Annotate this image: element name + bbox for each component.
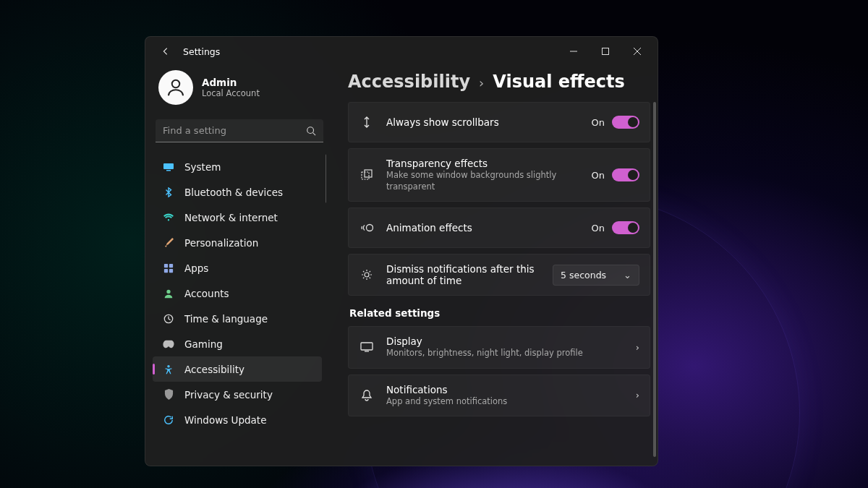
- breadcrumb-parent[interactable]: Accessibility: [348, 72, 470, 92]
- animation-icon: [359, 223, 375, 233]
- avatar: [158, 70, 193, 105]
- profile-block[interactable]: Admin Local Account: [153, 67, 326, 115]
- sidebar-item-gaming[interactable]: Gaming: [153, 331, 322, 356]
- minimize-button[interactable]: [558, 40, 590, 63]
- setting-subtitle: Make some window backgrounds slightly tr…: [386, 170, 580, 192]
- setting-animation: Animation effects On: [348, 207, 650, 248]
- minimize-icon: [570, 48, 577, 55]
- breadcrumb: Accessibility › Visual effects: [348, 72, 650, 92]
- setting-transparency: Transparency effects Make some window ba…: [348, 148, 650, 202]
- related-header: Related settings: [349, 307, 650, 319]
- bluetooth-icon: [163, 187, 174, 198]
- accessibility-icon: [163, 364, 174, 375]
- select-value: 5 seconds: [561, 270, 606, 281]
- dismiss-time-select[interactable]: 5 seconds ⌄: [553, 265, 639, 286]
- clock-icon: [163, 313, 174, 325]
- setting-scrollbars: Always show scrollbars On: [348, 102, 650, 142]
- close-icon: [634, 48, 641, 55]
- scrollbar-icon: [359, 116, 375, 129]
- chevron-right-icon: ›: [636, 390, 639, 401]
- related-title: Notifications: [386, 384, 624, 395]
- sidebar-item-label: Time & language: [184, 313, 268, 325]
- close-button[interactable]: [621, 40, 653, 63]
- svg-rect-9: [164, 263, 168, 267]
- titlebar: Settings: [145, 37, 658, 66]
- main-scrollbar-track[interactable]: [653, 102, 656, 457]
- back-button[interactable]: [156, 41, 176, 61]
- sidebar-item-accessibility[interactable]: Accessibility: [153, 356, 322, 382]
- svg-point-18: [367, 225, 373, 231]
- related-notifications[interactable]: Notifications App and system notificatio…: [348, 374, 650, 417]
- svg-point-19: [365, 273, 369, 277]
- maximize-button[interactable]: [590, 40, 621, 63]
- svg-point-4: [172, 80, 180, 88]
- setting-title: Dismiss notifications after this amount …: [386, 263, 541, 286]
- sidebar-item-label: Network & internet: [184, 212, 278, 223]
- toggle-state: On: [592, 117, 605, 128]
- setting-dismiss-notifications: Dismiss notifications after this amount …: [348, 254, 650, 296]
- sidebar-item-label: Accessibility: [184, 364, 244, 375]
- sidebar-item-label: Apps: [184, 262, 208, 274]
- sidebar-item-label: Bluetooth & devices: [184, 187, 283, 198]
- search-wrapper: [156, 119, 323, 142]
- display-icon: [359, 342, 375, 352]
- related-subtitle: App and system notifications: [386, 396, 624, 408]
- profile-subtitle: Local Account: [202, 88, 260, 98]
- svg-rect-8: [166, 170, 171, 171]
- setting-title: Animation effects: [386, 222, 580, 234]
- monitor-icon: [163, 161, 174, 173]
- chevron-right-icon: ›: [636, 342, 639, 353]
- sidebar-item-label: Windows Update: [184, 414, 266, 426]
- related-display[interactable]: Display Monitors, brightness, night ligh…: [348, 326, 650, 369]
- sidebar-item-network[interactable]: Network & internet: [153, 205, 322, 230]
- search-icon: [306, 126, 316, 136]
- sidebar-item-apps[interactable]: Apps: [153, 255, 322, 281]
- svg-rect-20: [361, 343, 373, 350]
- toggle-animation[interactable]: [612, 221, 639, 234]
- nav-list: System Bluetooth & devices Network & int…: [153, 154, 326, 432]
- related-title: Display: [386, 335, 624, 347]
- person-icon: [165, 77, 187, 98]
- sidebar: Admin Local Account System: [145, 66, 333, 466]
- maximize-icon: [602, 48, 609, 55]
- window-title: Settings: [183, 46, 220, 57]
- transparency-icon: [359, 168, 375, 181]
- sidebar-scrollbar[interactable]: [326, 154, 326, 203]
- brush-icon: [163, 237, 174, 249]
- related-subtitle: Monitors, brightness, night light, displ…: [386, 348, 624, 359]
- main-scrollbar-thumb[interactable]: [653, 102, 656, 457]
- apps-icon: [163, 262, 174, 274]
- toggle-state: On: [592, 223, 605, 234]
- svg-point-5: [307, 127, 314, 133]
- sidebar-item-time[interactable]: Time & language: [153, 306, 322, 331]
- profile-name: Admin: [202, 77, 260, 88]
- sidebar-item-accounts[interactable]: Accounts: [153, 281, 322, 306]
- sidebar-item-label: Accounts: [184, 288, 229, 299]
- search-input[interactable]: [156, 119, 323, 142]
- gamepad-icon: [163, 338, 174, 350]
- wifi-icon: [163, 212, 174, 223]
- sidebar-item-personalization[interactable]: Personalization: [153, 230, 322, 255]
- svg-rect-7: [163, 163, 174, 169]
- sidebar-item-label: Privacy & security: [184, 389, 273, 401]
- sidebar-item-system[interactable]: System: [153, 154, 322, 179]
- sidebar-item-update[interactable]: Windows Update: [153, 407, 322, 432]
- sidebar-item-label: System: [184, 161, 221, 173]
- svg-rect-16: [362, 172, 369, 179]
- toggle-transparency[interactable]: [612, 168, 639, 181]
- window-controls: [558, 40, 653, 63]
- sidebar-item-label: Gaming: [184, 338, 223, 350]
- arrow-left-icon: [161, 46, 171, 56]
- sidebar-item-bluetooth[interactable]: Bluetooth & devices: [153, 179, 322, 205]
- page-title: Visual effects: [493, 72, 625, 92]
- setting-title: Transparency effects: [386, 158, 580, 169]
- toggle-state: On: [592, 170, 605, 181]
- svg-point-13: [166, 289, 170, 293]
- sidebar-item-label: Personalization: [184, 237, 258, 249]
- setting-title: Always show scrollbars: [386, 116, 580, 128]
- svg-rect-17: [365, 170, 372, 177]
- svg-rect-10: [169, 263, 173, 267]
- chevron-right-icon: ›: [479, 75, 484, 90]
- sidebar-item-privacy[interactable]: Privacy & security: [153, 382, 322, 407]
- toggle-scrollbars[interactable]: [612, 116, 639, 129]
